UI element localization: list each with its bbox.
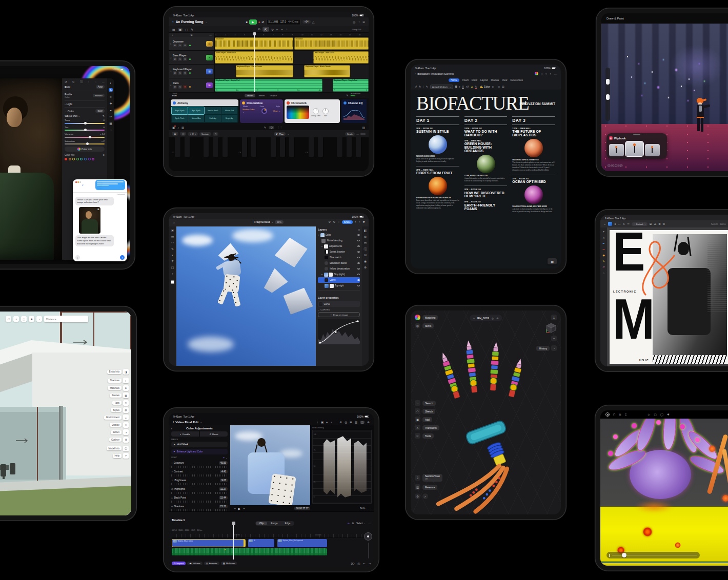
window-zoom-dot[interactable]: [79, 181, 81, 183]
piano-black-key[interactable]: [213, 137, 218, 157]
octave-down-icon[interactable]: ‹: [190, 133, 191, 135]
tab-layout[interactable]: Layout: [480, 79, 488, 81]
disable-clip-icon[interactable]: ⊘: [339, 421, 342, 424]
underline-button[interactable]: U: [462, 85, 464, 88]
node-tool-icon[interactable]: ✑: [627, 222, 630, 225]
editor-view-icon[interactable]: ▣: [178, 28, 183, 31]
shadows-button[interactable]: Shadows◐: [108, 378, 129, 383]
more-icon[interactable]: …: [356, 132, 359, 135]
environment-button[interactable]: Environment◒: [104, 415, 129, 420]
auto-enhance-icon[interactable]: ✦: [223, 457, 225, 459]
properties-icon[interactable]: ◧: [364, 229, 367, 232]
record-enable-button[interactable]: R: [183, 71, 187, 75]
back-icon[interactable]: ‹: [415, 72, 416, 75]
volume-button[interactable]: ◀›Volume: [187, 562, 203, 565]
collapse-icon[interactable]: ⊖: [367, 421, 370, 424]
drag-on-image-button[interactable]: ＋Drag on image: [318, 312, 360, 317]
visibility-eye-icon[interactable]: [357, 245, 360, 247]
presets-icon[interactable]: ◐: [110, 81, 112, 85]
bw-button[interactable]: B&W: [95, 109, 105, 113]
doc-title[interactable]: Biofacture Innovation Summit: [417, 72, 453, 75]
expand-icon[interactable]: ▾: [321, 273, 322, 276]
orange-scribble[interactable]: [630, 233, 686, 310]
back-icon[interactable]: ‹: [171, 427, 172, 430]
param-slider[interactable]: [171, 492, 228, 494]
next-frame-icon[interactable]: »: [243, 507, 245, 510]
trim-tool-icon[interactable]: ⇱: [265, 28, 267, 31]
piano-black-key[interactable]: [271, 137, 276, 157]
visibility-eye-icon[interactable]: [357, 257, 360, 258]
share-icon[interactable]: ↑: [88, 80, 90, 84]
slider-knob[interactable]: [84, 129, 87, 131]
filter-icon[interactable]: ≡: [358, 228, 360, 231]
slider-track[interactable]: [65, 130, 105, 131]
pads-mode-icon[interactable]: ⋮⋮: [277, 126, 282, 129]
param-slider[interactable]: [171, 466, 228, 468]
fill-tool-icon[interactable]: ◆: [602, 254, 604, 257]
visibility-icon[interactable]: ◎: [492, 317, 494, 320]
region-pads-2[interactable]: Keyboard Player - Simple Pad FG: [333, 79, 369, 92]
tools-tool[interactable]: ✂Tools: [415, 433, 439, 439]
lcd-position[interactable]: 5 1 1 086: [269, 20, 278, 23]
mute-button[interactable]: M: [173, 57, 177, 61]
visualization-icon[interactable]: [415, 315, 420, 320]
editor-button[interactable]: ✍Editor: [480, 85, 490, 88]
param-value[interactable]: 45.59: [219, 461, 228, 465]
piano-black-key[interactable]: [309, 137, 314, 157]
play-button[interactable]: ▶: [249, 19, 257, 25]
undo-icon[interactable]: ↺: [415, 85, 417, 88]
solo-button[interactable]: S: [178, 57, 182, 61]
back-icon[interactable]: ‹: [173, 420, 174, 424]
more-icon[interactable]: …: [368, 522, 371, 525]
zoom-tool-icon[interactable]: ○: [603, 272, 604, 275]
app-icon[interactable]: [608, 222, 612, 226]
window-close-dot[interactable]: [75, 181, 77, 183]
arrange-area[interactable]: 12345678910111213141516 Drummer Drummer …: [215, 33, 369, 92]
audition-icon[interactable]: Ⓐ: [358, 562, 360, 565]
select-label[interactable]: Select: [711, 223, 718, 225]
measure-button[interactable]: ◫Measure: [415, 484, 442, 490]
slider-knob[interactable]: [84, 122, 87, 125]
brush-tool-icon[interactable]: ✑: [602, 248, 605, 251]
flipbook-frame-active[interactable]: [625, 141, 643, 156]
duplicate-icon[interactable]: ⧉: [663, 222, 665, 226]
slider-track[interactable]: [65, 137, 105, 138]
eyedropper-icon[interactable]: ✎: [103, 115, 105, 117]
alchemy-pad[interactable]: Minimal Arp: [188, 115, 204, 122]
entity-info-button[interactable]: Entity Info◨: [107, 369, 129, 375]
shape-tool-icon[interactable]: ▢: [171, 266, 174, 269]
region-drummer-2[interactable]: Drummer: [294, 37, 369, 50]
sketch-tool[interactable]: ◠Sketch: [415, 408, 439, 414]
measurements-input[interactable]: [44, 316, 88, 322]
flipbook-frame[interactable]: [645, 144, 660, 156]
piano-black-key[interactable]: [356, 137, 361, 157]
tab-tracks[interactable]: Tracks: [245, 94, 255, 97]
piano-black-key[interactable]: [337, 137, 342, 157]
playhead[interactable]: [254, 33, 255, 92]
piano-black-key[interactable]: [204, 137, 209, 157]
param-value[interactable]: 4.41: [220, 470, 228, 473]
piano-black-key[interactable]: [347, 137, 352, 157]
chevron-down-icon[interactable]: ⌄: [226, 457, 228, 459]
clip-selected[interactable]: Skyline_Blue_Close: [172, 539, 246, 547]
photo-canvas[interactable]: [0, 78, 62, 260]
more-icon[interactable]: …: [102, 80, 105, 84]
remove-attachment-icon[interactable]: ⊗: [97, 208, 99, 211]
trim-handle[interactable]: [244, 540, 245, 547]
minimize-icon[interactable]: ⊖: [362, 20, 365, 24]
search-icon[interactable]: ○: [545, 72, 547, 75]
record-enable-button[interactable]: R: [183, 44, 187, 47]
velocity-toggle[interactable]: [360, 133, 366, 135]
curves-section-label[interactable]: ⌄ CURVES: [318, 308, 360, 311]
clip[interactable]: Skyline_Blue_Background: [277, 539, 327, 547]
layer-row[interactable]: Sweat_booster: [318, 249, 360, 255]
audio-rec-icon[interactable]: ▣: [172, 126, 175, 129]
glissando-icon[interactable]: ⇔: [287, 132, 290, 135]
curves-graph[interactable]: [318, 319, 360, 344]
model-name[interactable]: RH_0003: [477, 317, 489, 320]
drive-knob[interactable]: [261, 108, 267, 114]
brush-opacity-knob[interactable]: [606, 94, 610, 100]
bold-button[interactable]: B: [455, 85, 457, 88]
copy-icon[interactable]: ⧉: [258, 28, 260, 31]
share-button[interactable]: Share: [342, 220, 353, 224]
